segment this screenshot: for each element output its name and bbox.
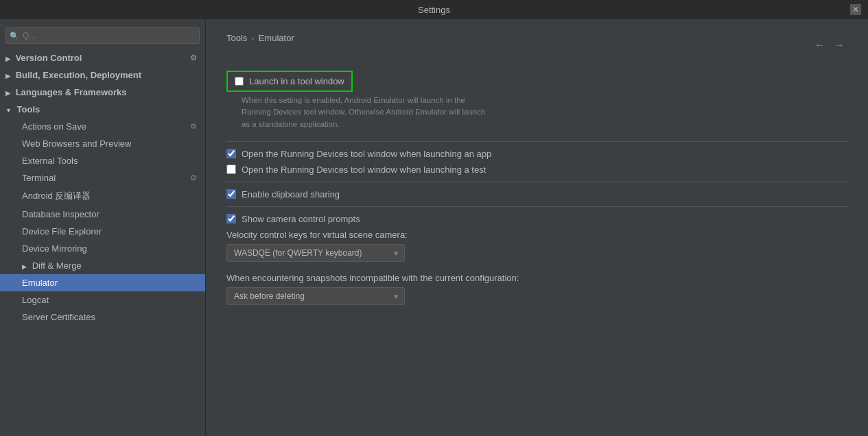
settings-icon: ⚙	[190, 173, 197, 182]
expand-icon: ▶	[5, 90, 10, 97]
open-running-devices-test-label[interactable]: Open the Running Devices tool window whe…	[242, 165, 486, 175]
launch-tool-window-label[interactable]: Launch in a tool window	[249, 76, 344, 86]
sidebar-item-database-inspector[interactable]: Database Inspector	[0, 206, 205, 223]
sidebar-item-label: Server Certificates	[22, 312, 95, 322]
breadcrumb: Tools › Emulator	[226, 33, 294, 43]
sidebar-item-label: Android 反编译器	[22, 190, 91, 202]
sidebar-item-diff-merge[interactable]: ▶ Diff & Merge	[0, 257, 205, 274]
clipboard-label[interactable]: Enable clipboard sharing	[242, 189, 340, 199]
expand-icon: ▶	[5, 73, 10, 80]
sidebar-item-label: Web Browsers and Preview	[22, 138, 131, 149]
divider-2	[226, 182, 847, 182]
velocity-section: Velocity control keys for virtual scene …	[226, 230, 847, 262]
sidebar-item-build-execution[interactable]: ▶ Build, Execution, Deployment	[0, 66, 205, 84]
snapshots-label: When encountering snapshots incompatible…	[226, 273, 847, 283]
titlebar: Settings ✕	[0, 0, 868, 19]
settings-gear-icon: ⚙	[190, 53, 197, 62]
velocity-dropdown[interactable]: WASDQE (for QWERTY keyboard) ZQSDAE (for…	[226, 244, 405, 262]
sidebar-item-label: External Tools	[22, 156, 78, 166]
sidebar-item-label: Device File Explorer	[22, 226, 102, 237]
sidebar-item-device-mirroring[interactable]: Device Mirroring	[0, 240, 205, 257]
sidebar-item-label: Actions on Save	[22, 121, 86, 132]
nav-forward-button[interactable]: →	[831, 38, 847, 53]
sidebar-item-web-browsers[interactable]: Web Browsers and Preview	[0, 135, 205, 152]
sidebar-item-terminal[interactable]: Terminal ⚙	[0, 169, 205, 186]
nav-buttons: ← →	[812, 38, 847, 53]
open-running-devices-app-checkbox[interactable]	[226, 149, 236, 158]
launch-tool-window-box: Launch in a tool window	[226, 71, 353, 92]
snapshots-section: When encountering snapshots incompatible…	[226, 273, 847, 305]
snapshots-dropdown-wrapper: Ask before deleting Always delete Never …	[226, 287, 405, 305]
sidebar-item-languages-frameworks[interactable]: ▶ Languages & Frameworks	[0, 84, 205, 101]
main-content: Tools › Emulator ← → Launch in a tool wi…	[206, 19, 868, 436]
divider-1	[226, 141, 847, 142]
sidebar-item-version-control[interactable]: ▶ Version Control ⚙	[0, 49, 205, 66]
settings-icon: ⚙	[190, 122, 197, 131]
snapshots-dropdown[interactable]: Ask before deleting Always delete Never …	[226, 287, 405, 305]
nav-back-button[interactable]: ←	[812, 38, 828, 53]
camera-prompts-checkbox[interactable]	[226, 214, 236, 223]
close-button[interactable]: ✕	[850, 4, 861, 15]
sidebar-item-label: ▶ Diff & Merge	[22, 261, 82, 271]
launch-tool-window-section: Launch in a tool window When this settin…	[226, 71, 847, 130]
expand-icon: ▶	[22, 263, 27, 270]
sidebar-item-label: Device Mirroring	[22, 243, 87, 254]
sidebar-item-android-decompiler[interactable]: Android 反编译器	[0, 186, 205, 206]
sidebar-item-label: Logcat	[22, 295, 49, 305]
breadcrumb-current: Emulator	[259, 33, 294, 43]
camera-prompts-label[interactable]: Show camera control prompts	[242, 214, 360, 224]
search-icon: 🔍	[10, 32, 19, 40]
expand-icon: ▼	[5, 107, 12, 114]
divider-3	[226, 206, 847, 207]
sidebar-item-device-file-explorer[interactable]: Device File Explorer	[0, 223, 205, 240]
camera-prompts-row: Show camera control prompts	[226, 214, 847, 224]
sidebar-item-label: Database Inspector	[22, 209, 99, 219]
sidebar-item-actions-on-save[interactable]: Actions on Save ⚙	[0, 118, 205, 135]
expand-icon: ▶	[5, 56, 10, 62]
sidebar-item-label: ▼ Tools	[5, 104, 40, 114]
sidebar: 🔍 ▶ Version Control ⚙ ▶ Build, Execution…	[0, 19, 206, 436]
search-input[interactable]	[5, 27, 200, 44]
launch-tool-window-hint: When this setting is enabled, Android Em…	[242, 95, 571, 130]
launch-tool-window-checkbox[interactable]	[235, 77, 244, 86]
sidebar-item-label: ▶ Version Control	[5, 53, 82, 63]
open-running-devices-app-row: Open the Running Devices tool window whe…	[226, 149, 847, 159]
open-running-devices-test-row: Open the Running Devices tool window whe…	[226, 165, 847, 175]
sidebar-item-label: Emulator	[22, 278, 58, 288]
sidebar-item-tools[interactable]: ▼ Tools	[0, 101, 205, 118]
breadcrumb-separator: ›	[251, 33, 254, 43]
window-title: Settings	[418, 5, 450, 15]
sidebar-item-external-tools[interactable]: External Tools	[0, 152, 205, 169]
breadcrumb-parent: Tools	[226, 33, 247, 43]
velocity-dropdown-wrapper: WASDQE (for QWERTY keyboard) ZQSDAE (for…	[226, 244, 405, 262]
sidebar-item-label: ▶ Build, Execution, Deployment	[5, 70, 141, 80]
velocity-label: Velocity control keys for virtual scene …	[226, 230, 847, 240]
clipboard-checkbox[interactable]	[226, 189, 236, 199]
open-running-devices-test-checkbox[interactable]	[226, 165, 236, 174]
sidebar-item-logcat[interactable]: Logcat	[0, 291, 205, 308]
sidebar-item-label: Terminal	[22, 173, 56, 183]
open-running-devices-app-label[interactable]: Open the Running Devices tool window whe…	[242, 149, 491, 159]
clipboard-row: Enable clipboard sharing	[226, 189, 847, 199]
header-area: Tools › Emulator ← →	[226, 33, 847, 57]
sidebar-item-emulator[interactable]: Emulator	[0, 274, 205, 291]
sidebar-item-server-certificates[interactable]: Server Certificates	[0, 308, 205, 326]
search-box: 🔍	[5, 27, 200, 44]
sidebar-item-label: ▶ Languages & Frameworks	[5, 87, 126, 97]
settings-window: Settings ✕ 🔍 ▶ Version Control ⚙ ▶	[0, 0, 868, 436]
content-area: 🔍 ▶ Version Control ⚙ ▶ Build, Execution…	[0, 19, 868, 436]
